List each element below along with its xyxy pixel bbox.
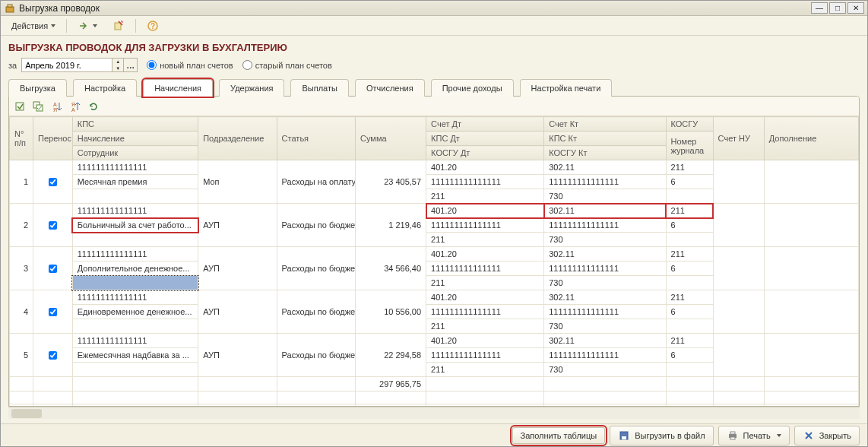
- cell-schet-nu[interactable]: [713, 334, 764, 377]
- cell-sotrudnik[interactable]: [72, 233, 198, 247]
- cell-sotrudnik[interactable]: [72, 319, 198, 334]
- cell-kps-kt[interactable]: 111111111111111: [544, 218, 666, 233]
- tab-uderzhaniya[interactable]: Удержания: [219, 79, 284, 97]
- col-perenos[interactable]: Перенос: [33, 117, 73, 160]
- col-dopolnenie[interactable]: Дополнение: [764, 117, 858, 160]
- cell-nachislenie[interactable]: Месячная премия: [72, 175, 198, 189]
- sort-desc-icon[interactable]: ЯA: [68, 100, 82, 113]
- fill-tables-button[interactable]: Заполнить таблицы: [512, 427, 606, 444]
- col-schet-dt[interactable]: Счет Дт: [426, 117, 544, 132]
- cell-sotrudnik[interactable]: [72, 276, 198, 290]
- period-input[interactable]: [21, 58, 112, 72]
- cell-schet-nu[interactable]: [713, 247, 764, 290]
- period-picker-button[interactable]: …: [124, 58, 138, 72]
- col-nachislenie[interactable]: Начисление: [72, 132, 198, 146]
- cell-podrazdelenie[interactable]: АУП: [198, 247, 277, 290]
- actions-menu[interactable]: Действия: [5, 20, 62, 32]
- table-row[interactable]: 2 111111111111111 АУП Расходы по бюджету…: [10, 204, 859, 218]
- close-form-button[interactable]: Закрыть: [794, 426, 860, 445]
- table-row[interactable]: 5 111111111111111 АУП Расходы по бюджету…: [10, 334, 859, 348]
- cell-schet-dt[interactable]: 401.20: [426, 334, 544, 348]
- cell-kps-dt[interactable]: 111111111111111: [426, 348, 544, 363]
- cell-sotrudnik[interactable]: [72, 363, 198, 377]
- cell-kps[interactable]: 111111111111111: [72, 290, 198, 305]
- cell-nz[interactable]: 6: [666, 218, 713, 233]
- period-selector[interactable]: ▲▼ …: [21, 58, 138, 72]
- col-kps[interactable]: КПС: [72, 117, 198, 132]
- cell-nz[interactable]: 6: [666, 348, 713, 363]
- tab-otchisleniya[interactable]: Отчисления: [355, 79, 425, 97]
- cell-schet-nu[interactable]: [713, 204, 764, 247]
- cell-schet-kt[interactable]: 302.11: [544, 290, 666, 305]
- table-row[interactable]: 3 111111111111111 АУП Расходы по бюджету…: [10, 247, 859, 262]
- cell-kps-dt[interactable]: 111111111111111: [426, 305, 544, 319]
- col-kosgu[interactable]: КОСГУ: [666, 117, 713, 132]
- cell-statya[interactable]: Расходы по бюджету: [277, 247, 355, 290]
- cell-kps-kt[interactable]: 111111111111111: [544, 305, 666, 319]
- check-one-icon[interactable]: [14, 100, 27, 113]
- col-n[interactable]: N° п/п: [10, 117, 33, 160]
- tab-prochie[interactable]: Прочие доходы: [431, 79, 514, 97]
- cell-schet-nu[interactable]: [713, 290, 764, 334]
- cell-kosgu-dt[interactable]: 211: [426, 233, 544, 247]
- tab-nachisleniya[interactable]: Начисления: [143, 79, 213, 97]
- export-file-button[interactable]: Выгрузить в файл: [610, 426, 713, 445]
- cell-nz2[interactable]: [666, 276, 713, 290]
- cell-kps[interactable]: 111111111111111: [72, 160, 198, 175]
- table-row[interactable]: 1 111111111111111 Моп Расходы на оплату …: [10, 160, 859, 175]
- cell-schet-nu[interactable]: [713, 160, 764, 204]
- cell-schet-kt[interactable]: 302.11: [544, 160, 666, 175]
- cell-kps[interactable]: 111111111111111: [72, 334, 198, 348]
- data-grid[interactable]: N° п/п Перенос КПС Подразделение Статья …: [9, 116, 859, 406]
- cell-statya[interactable]: Расходы по бюджету: [277, 290, 355, 334]
- refresh-icon[interactable]: [87, 100, 100, 113]
- cell-statya[interactable]: Расходы по бюджету: [277, 204, 355, 247]
- cell-nz2[interactable]: [666, 233, 713, 247]
- cell-kosgu-kt[interactable]: 730: [544, 276, 666, 290]
- cell-kosgu-kt[interactable]: 730: [544, 233, 666, 247]
- cell-dopolnenie[interactable]: [764, 247, 858, 290]
- cell-kosgu-kt[interactable]: 730: [544, 363, 666, 377]
- cell-podrazdelenie[interactable]: АУП: [198, 290, 277, 334]
- col-kosgu-kt[interactable]: КОСГУ Кт: [544, 146, 666, 160]
- cell-kps[interactable]: 111111111111111: [72, 247, 198, 262]
- cell-nachislenie[interactable]: Ежемесячная надбавка за ...: [72, 348, 198, 363]
- cell-sotrudnik[interactable]: [72, 189, 198, 204]
- col-summa[interactable]: Сумма: [356, 117, 426, 160]
- cell-nachislenie[interactable]: Больничный за счет работо...: [72, 218, 198, 233]
- cell-podrazdelenie[interactable]: АУП: [198, 204, 277, 247]
- cell-perenos[interactable]: [33, 160, 73, 204]
- cell-kosgu-kt[interactable]: 730: [544, 189, 666, 204]
- cell-kosgu[interactable]: 211: [666, 204, 713, 218]
- cell-dopolnenie[interactable]: [764, 334, 858, 377]
- cell-schet-kt[interactable]: 302.11: [544, 204, 666, 218]
- cell-nachislenie[interactable]: Единовременное денежное...: [72, 305, 198, 319]
- cell-kosgu[interactable]: 211: [666, 247, 713, 262]
- col-schet-nu[interactable]: Счет НУ: [713, 117, 764, 160]
- col-kosgu-dt[interactable]: КОСГУ Дт: [426, 146, 544, 160]
- cell-dopolnenie[interactable]: [764, 160, 858, 204]
- cell-perenos[interactable]: [33, 204, 73, 247]
- cell-perenos[interactable]: [33, 334, 73, 377]
- col-kps-kt[interactable]: КПС Кт: [544, 132, 666, 146]
- col-podrazdelenie[interactable]: Подразделение: [198, 117, 277, 160]
- cell-kosgu[interactable]: 211: [666, 290, 713, 305]
- cell-dopolnenie[interactable]: [764, 204, 858, 247]
- export-button[interactable]: [106, 18, 131, 33]
- maximize-button[interactable]: □: [829, 2, 846, 14]
- cell-summa[interactable]: 34 566,40: [356, 247, 426, 290]
- print-button[interactable]: Печать: [718, 426, 790, 445]
- radio-new-plan[interactable]: новый план счетов: [147, 60, 233, 70]
- cell-kps-kt[interactable]: 111111111111111: [544, 175, 666, 189]
- help-button[interactable]: ?: [141, 18, 165, 33]
- cell-kosgu-dt[interactable]: 211: [426, 319, 544, 334]
- cell-nz[interactable]: 6: [666, 262, 713, 276]
- cell-nz2[interactable]: [666, 363, 713, 377]
- tab-vygruzka[interactable]: Выгрузка: [8, 79, 67, 97]
- cell-podrazdelenie[interactable]: АУП: [198, 334, 277, 377]
- cell-perenos[interactable]: [33, 247, 73, 290]
- cell-kosgu-dt[interactable]: 211: [426, 189, 544, 204]
- table-row[interactable]: 4 111111111111111 АУП Расходы по бюджету…: [10, 290, 859, 305]
- go-button[interactable]: [71, 18, 103, 33]
- cell-statya[interactable]: Расходы на оплату труда: [277, 160, 355, 204]
